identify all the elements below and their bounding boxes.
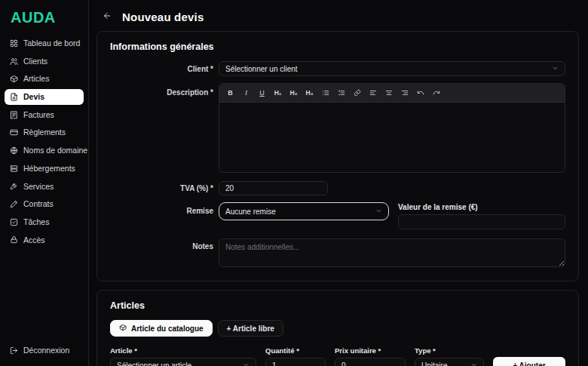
sidebar: AUDA Tableau de bordClientsArticlesDevis… (0, 0, 89, 366)
sidebar-item-label: Hébergements (23, 163, 75, 174)
sidebar-item-services[interactable]: Services (5, 179, 84, 195)
align-left-button[interactable] (366, 86, 380, 100)
sidebar-item-reglements[interactable]: Règlements (5, 125, 84, 140)
sidebar-item-label: Noms de domaine (23, 145, 87, 156)
remise-select-value: Aucune remise (225, 208, 276, 216)
pen-icon (10, 200, 18, 208)
sidebar-item-acces[interactable]: Accès (5, 232, 84, 248)
package-icon (10, 75, 18, 83)
client-select[interactable]: Sélectionner un client (219, 61, 565, 76)
tab-article-libre[interactable]: + Article libre (218, 320, 283, 337)
sidebar-item-label: Contrats (23, 198, 54, 210)
sidebar-item-devis[interactable]: Devis (5, 89, 84, 105)
underline-button[interactable]: U (255, 86, 269, 100)
chevron-down-icon (470, 361, 477, 366)
arrow-left-icon (103, 11, 112, 23)
remise-amount-input[interactable] (398, 214, 565, 229)
unit-price-label: Prix unitaire * (335, 346, 406, 355)
layout-grid-icon (10, 39, 18, 48)
heading-3-button[interactable]: H₃ (302, 86, 317, 100)
ordered-list-button[interactable] (334, 86, 348, 100)
description-label: Description * (110, 83, 219, 97)
package-icon (119, 324, 127, 333)
general-info-title: Informations générales (110, 42, 565, 52)
sidebar-nav: Tableau de bordClientsArticlesDevisFactu… (5, 35, 84, 343)
quantity-input[interactable] (265, 358, 326, 366)
wrench-icon (10, 182, 18, 190)
sidebar-item-label: Services (23, 181, 54, 192)
bullet-list-button[interactable] (318, 86, 332, 100)
tab-article-catalogue[interactable]: Article du catalogue (110, 320, 213, 337)
redo-button[interactable] (429, 86, 443, 100)
sidebar-item-label: Clients (23, 56, 47, 67)
tab-label: + Article libre (227, 324, 274, 333)
remise-row: Remise Aucune remise Valeur de la remise… (110, 202, 565, 229)
sidebar-item-articles[interactable]: Articles (5, 71, 84, 87)
article-mode-tabs: Article du catalogue + Article libre (110, 320, 565, 337)
tab-label: Article du catalogue (131, 324, 204, 333)
type-select-value: Unitaire (421, 361, 447, 366)
article-form-row: Article * Sélectionner un article Quanti… (110, 346, 565, 366)
notes-textarea[interactable] (219, 238, 565, 267)
page-title: Nouveau devis (122, 11, 204, 23)
page-header: Nouveau devis (96, 0, 579, 31)
heading-2-button[interactable]: H₂ (286, 86, 301, 100)
sidebar-item-tableau-de-bord[interactable]: Tableau de bord (5, 35, 84, 51)
sidebar-item-noms-de-domaine[interactable]: Noms de domaine (5, 143, 84, 158)
bold-button[interactable]: B (223, 86, 237, 100)
sidebar-item-label: Articles (23, 73, 49, 85)
app-logo: AUDA (5, 6, 84, 35)
quantity-label: Quantité * (265, 346, 326, 355)
description-row: Description * BIUH₁H₂H₃ (110, 83, 565, 173)
chevron-down-icon (552, 65, 559, 73)
credit-card-icon (10, 128, 18, 137)
articles-title: Articles (110, 300, 565, 311)
sidebar-item-label: Accès (23, 235, 45, 246)
client-select-value: Sélectionner un client (225, 65, 298, 73)
sidebar-item-label: Déconnexion (23, 345, 69, 356)
app: AUDA Tableau de bordClientsArticlesDevis… (0, 0, 588, 366)
sidebar-item-taches[interactable]: Tâches (5, 214, 84, 230)
sidebar-item-deconnexion[interactable]: Déconnexion (5, 343, 84, 358)
link-button[interactable] (350, 86, 364, 100)
sidebar-item-label: Factures (23, 109, 54, 121)
back-button[interactable] (101, 10, 113, 24)
tva-label: TVA (%) * (110, 180, 219, 192)
sidebar-item-hebergements[interactable]: Hébergements (5, 161, 84, 177)
receipt-icon (10, 111, 18, 119)
sidebar-item-label: Tableau de bord (23, 38, 80, 49)
server-icon (10, 165, 18, 173)
sidebar-item-contrats[interactable]: Contrats (5, 196, 84, 212)
check-square-icon (10, 218, 18, 226)
sidebar-item-factures[interactable]: Factures (5, 107, 84, 123)
logout-icon (10, 346, 18, 355)
align-center-button[interactable] (381, 86, 396, 100)
globe-icon (10, 146, 18, 155)
articles-card: Articles Article du catalogue + Article … (96, 290, 579, 366)
sidebar-item-label: Règlements (23, 127, 66, 138)
tva-input[interactable] (219, 181, 328, 195)
chevron-down-icon (243, 361, 250, 366)
notes-row: Notes (110, 238, 565, 270)
add-article-button[interactable]: + Ajouter (493, 357, 565, 366)
type-select[interactable]: Unitaire (415, 358, 484, 366)
remise-select[interactable]: Aucune remise (219, 202, 389, 220)
description-editor-body[interactable] (219, 103, 565, 172)
tva-row: TVA (%) * (110, 180, 565, 195)
type-label: Type * (415, 346, 484, 355)
editor-toolbar: BIUH₁H₂H₃ (219, 84, 565, 103)
article-select[interactable]: Sélectionner un article (110, 358, 256, 366)
heading-1-button[interactable]: H₁ (271, 86, 285, 100)
client-label: Client * (110, 61, 219, 73)
notes-label: Notes (110, 238, 219, 251)
chevron-down-icon (375, 208, 382, 216)
align-right-button[interactable] (397, 86, 412, 100)
remise-label: Remise (110, 202, 219, 215)
lock-icon (10, 235, 18, 244)
sidebar-item-clients[interactable]: Clients (5, 54, 84, 69)
general-info-card: Informations générales Client * Sélectio… (96, 31, 579, 281)
unit-price-input[interactable] (335, 358, 406, 366)
users-icon (10, 57, 18, 66)
italic-button[interactable]: I (239, 86, 253, 100)
undo-button[interactable] (413, 86, 427, 100)
